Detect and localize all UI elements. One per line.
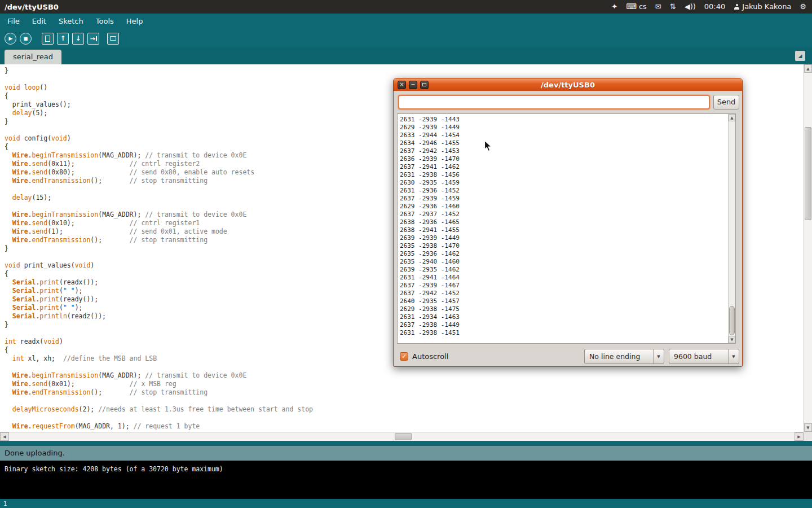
mouse-cursor [484,140,492,155]
upload-button[interactable]: → [87,33,99,45]
minimize-button[interactable]: − [409,81,417,89]
serial-vscrollbar[interactable]: ▲ ▼ [728,114,735,343]
menu-sketch[interactable]: Sketch [52,14,90,29]
scroll-left-arrow-icon[interactable]: ◀ [0,432,9,441]
serial-line: 2630 -2935 -1459 [400,179,728,187]
code-line [5,414,804,422]
open-button[interactable]: ↑ [57,33,69,45]
serial-line: 2635 -2940 -1460 [400,258,728,266]
keyboard-layout-indicator[interactable]: ⌨ cs [626,0,647,14]
serial-line: 2631 -2941 -1464 [400,274,728,282]
mail-icon[interactable]: ✉ [655,0,661,14]
serial-line: 2631 -2936 -1452 [400,187,728,195]
serial-line: 2631 -2934 -1463 [400,313,728,321]
line-number-strip: 1 [0,499,812,508]
code-line: Wire.send(0x01); // x MSB reg [5,380,804,388]
editor-vscroll-thumb[interactable] [805,127,811,220]
serial-monitor-button[interactable] [107,33,119,45]
baud-value: 9600 baud [669,352,728,361]
tab-menu-arrow-icon: ◢ [798,53,802,59]
new-document-icon [45,36,50,42]
window-title: /dev/ttyUSB0 [0,3,59,11]
serial-line: 2640 -2935 -1457 [400,297,728,305]
serial-input[interactable] [398,95,710,110]
serial-line: 2637 -2942 -1452 [400,290,728,297]
menu-bar: File Edit Sketch Tools Help [0,14,812,29]
tab-bar: serial_read ◢ [0,47,812,64]
serial-line: 2637 -2939 -1459 [400,195,728,203]
sync-arrows-icon[interactable]: ⇅ [670,0,676,14]
serial-scroll-down-icon[interactable]: ▼ [729,336,735,343]
user-name: Jakub Kakona [742,0,791,14]
code-line: delayMicroseconds(2); //needs at least 1… [5,405,804,414]
serial-line: 2629 -2938 -1475 [400,305,728,313]
autoscroll-label: Autoscroll [412,352,448,361]
maximize-button[interactable] [420,81,429,89]
scroll-up-arrow-icon[interactable]: ▲ [804,64,812,73]
tab-menu-button[interactable]: ◢ [795,51,805,61]
serial-line: 2633 -2944 -1454 [400,132,728,139]
serial-line: 2629 -2939 -1449 [400,124,728,132]
line-ending-select[interactable]: No line ending ▼ [584,349,664,364]
autoscroll-checkbox[interactable] [400,352,408,361]
serial-line: 2636 -2939 -1470 [400,155,728,163]
serial-scroll-up-icon[interactable]: ▲ [729,114,735,121]
session-gear-icon[interactable]: ⚙ [800,0,806,14]
serial-line: 2637 -2942 -1453 [400,147,728,155]
serial-line: 2637 -2938 -1449 [400,321,728,329]
serial-line: 2634 -2946 -1455 [400,139,728,147]
menu-edit[interactable]: Edit [26,14,52,29]
down-arrow-icon: ↓ [75,34,81,42]
serial-output[interactable]: 2631 -2939 -14432629 -2939 -14492633 -29… [398,114,728,343]
scroll-right-arrow-icon[interactable]: ▶ [795,432,804,441]
serial-vscroll-thumb[interactable] [729,306,735,335]
serial-line: 2635 -2936 -1462 [400,250,728,258]
upload-icon: → [90,35,96,42]
user-icon [734,4,740,10]
serial-line: 2639 -2935 -1462 [400,266,728,274]
code-line: } [5,67,804,75]
serial-monitor-window: × − /dev/ttyUSB0 Send 2631 -2939 -144326… [393,78,743,367]
stop-button[interactable]: ■ [20,33,32,45]
editor-hscroll-thumb[interactable] [395,433,412,440]
scrollbar-corner [804,432,812,441]
menu-tools[interactable]: Tools [90,14,120,29]
verify-button[interactable]: ▶ [5,33,16,45]
serial-line: 2629 -2936 -1460 [400,203,728,211]
new-sketch-button[interactable] [42,33,54,45]
close-button[interactable]: × [398,81,406,89]
serial-line: 2638 -2941 -1455 [400,226,728,234]
splitter-sash[interactable] [0,441,812,446]
tab-serial-read[interactable]: serial_read [5,50,61,64]
code-line: Wire.endTransmission(); // stop transmit… [5,388,804,397]
chevron-down-icon: ▼ [653,349,664,364]
baud-select[interactable]: 9600 baud ▼ [669,349,739,364]
clock[interactable]: 00:40 [704,0,725,14]
save-button[interactable]: ↓ [72,33,84,45]
code-line: Wire.beginTransmission(MAG_ADDR); // tra… [5,371,804,380]
serial-line: 2637 -2939 -1467 [400,282,728,290]
window-buttons: × − [394,81,429,89]
keyboard-icon: ⌨ [626,0,637,14]
arduino-ide-screen: /dev/ttyUSB0 ✦ ⌨ cs ✉ ⇅ ◀)) 00:40 Jakub … [0,0,812,508]
menu-file[interactable]: File [1,14,26,29]
serial-monitor-titlebar[interactable]: × − /dev/ttyUSB0 [394,78,742,91]
serial-line: 2637 -2937 -1452 [400,211,728,218]
stop-icon: ■ [24,36,28,41]
serial-line: 2631 -2938 -1451 [400,329,728,337]
user-menu[interactable]: Jakub Kakona [734,0,791,14]
system-tray: ✦ ⌨ cs ✉ ⇅ ◀)) 00:40 Jakub Kakona ⚙ [611,0,812,14]
menu-help[interactable]: Help [120,14,149,29]
volume-icon[interactable]: ◀)) [685,0,696,14]
maximize-icon [422,83,426,86]
send-button[interactable]: Send [713,95,739,110]
up-arrow-icon: ↑ [60,34,65,42]
line-ending-value: No line ending [585,352,653,361]
code-line [5,397,804,405]
serial-line: 2635 -2938 -1470 [400,242,728,250]
editor-vscrollbar[interactable]: ▲ ▼ [804,64,812,432]
editor-hscrollbar[interactable]: ◀ ▶ [0,432,804,441]
indicator-applet-icon[interactable]: ✦ [611,0,617,14]
serial-monitor-icon [110,36,116,41]
scroll-down-arrow-icon[interactable]: ▼ [804,423,812,432]
